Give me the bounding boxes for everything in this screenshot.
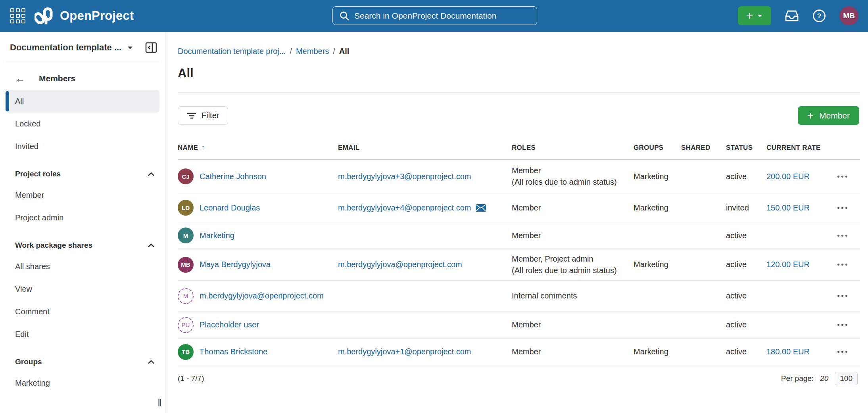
- more-actions-icon[interactable]: [835, 348, 850, 355]
- member-roles: Member: [512, 231, 634, 240]
- toolbar: Filter + Member: [178, 106, 860, 125]
- placeholder-avatar: PU: [178, 317, 194, 333]
- table-row: M m.berdygylyjova@openproject.com Intern…: [178, 281, 860, 312]
- table-footer: (1 - 7/7) Per page: 20 100: [178, 372, 860, 385]
- section-title: Groups: [15, 358, 42, 366]
- breadcrumb-members-link[interactable]: Members: [296, 47, 329, 56]
- chevron-down-icon[interactable]: [127, 46, 133, 50]
- add-member-label: Member: [819, 111, 850, 120]
- chevron-up-icon[interactable]: [148, 243, 155, 248]
- sidebar-members-header: ← Members: [0, 67, 165, 90]
- more-actions-icon[interactable]: [835, 173, 850, 180]
- table-row: TB Thomas Brickstone m.berdygylyjova+1@o…: [178, 338, 860, 365]
- add-member-button[interactable]: + Member: [798, 106, 859, 125]
- chevron-down-icon: [757, 14, 763, 18]
- member-roles-note: (All roles due to admin status): [512, 178, 634, 187]
- column-header-name[interactable]: NAME ↑: [178, 143, 338, 152]
- collapse-sidebar-icon[interactable]: [145, 42, 157, 53]
- per-page-option-100[interactable]: 100: [835, 372, 858, 385]
- user-avatar[interactable]: MB: [839, 6, 858, 25]
- sidebar-item-invited[interactable]: Invited: [6, 135, 159, 158]
- project-selector[interactable]: Documentation template ...: [10, 42, 121, 53]
- member-name-link[interactable]: Leonard Douglas: [200, 203, 260, 212]
- member-name-link[interactable]: Maya Berdygylyjova: [200, 260, 271, 269]
- column-header-status[interactable]: STATUS: [726, 144, 766, 152]
- pagination-range: (1 - 7/7): [178, 374, 204, 383]
- global-add-button[interactable]: +: [738, 6, 771, 25]
- avatar: MB: [178, 257, 194, 273]
- breadcrumb: Documentation template proj... / Members…: [178, 47, 860, 56]
- member-rate-link[interactable]: 150.00 EUR: [766, 203, 810, 212]
- member-email-link[interactable]: m.berdygylyjova+1@openproject.com: [338, 347, 471, 356]
- member-name-link[interactable]: Placeholder user: [200, 320, 259, 329]
- sidebar-item-all[interactable]: All: [6, 90, 159, 113]
- member-groups: Marketing: [634, 260, 681, 269]
- sidebar-item-member[interactable]: Member: [6, 184, 159, 206]
- plus-icon: +: [746, 10, 753, 22]
- notifications-inbox-icon[interactable]: [785, 10, 799, 22]
- member-status: active: [726, 291, 766, 300]
- table-row: M Marketing Member active: [178, 222, 860, 249]
- sidebar-item-comment[interactable]: Comment: [6, 300, 159, 323]
- column-header-groups[interactable]: GROUPS: [634, 144, 681, 152]
- member-roles: Member: [512, 320, 634, 329]
- chevron-up-icon[interactable]: [148, 360, 155, 364]
- filter-button[interactable]: Filter: [178, 106, 228, 125]
- sidebar-item-marketing[interactable]: Marketing: [6, 372, 159, 394]
- header-actions: + ? MB: [738, 0, 858, 32]
- sidebar-nav: All Locked Invited Project roles Member …: [0, 90, 165, 394]
- more-actions-icon[interactable]: [835, 321, 850, 328]
- chevron-up-icon[interactable]: [148, 172, 155, 176]
- table-row: CJ Catherine Johnson m.berdygylyjova+3@o…: [178, 160, 860, 193]
- member-groups: Marketing: [634, 347, 681, 356]
- sort-ascending-icon: ↑: [201, 143, 205, 152]
- help-icon[interactable]: ?: [812, 9, 826, 23]
- column-header-email[interactable]: EMAIL: [338, 144, 512, 152]
- member-status: active: [726, 347, 766, 356]
- sidebar-item-edit[interactable]: Edit: [6, 323, 159, 346]
- apps-grid-icon[interactable]: [10, 8, 26, 24]
- openproject-logo[interactable]: OpenProject: [35, 7, 134, 25]
- sidebar-item-locked[interactable]: Locked: [6, 113, 159, 135]
- member-status: active: [726, 260, 766, 269]
- back-arrow-icon[interactable]: ←: [15, 73, 25, 84]
- member-name-link[interactable]: Marketing: [200, 231, 234, 240]
- member-email-link[interactable]: m.berdygylyjova+3@openproject.com: [338, 172, 471, 181]
- sidebar: Documentation template ... ← Members All…: [0, 32, 165, 413]
- member-email-link[interactable]: m.berdygylyjova+4@openproject.com: [338, 203, 471, 212]
- member-roles: Member, Project admin: [512, 254, 634, 264]
- more-actions-icon[interactable]: [835, 232, 850, 239]
- page-title: All: [178, 66, 860, 80]
- more-actions-icon[interactable]: [835, 293, 850, 299]
- sidebar-item-all-shares[interactable]: All shares: [6, 255, 159, 278]
- per-page-control: Per page: 20 100: [781, 372, 858, 385]
- member-status: active: [726, 172, 766, 181]
- sidebar-item-view[interactable]: View: [6, 278, 159, 300]
- member-status: active: [726, 320, 766, 329]
- svg-text:?: ?: [817, 12, 821, 20]
- sidebar-item-project-admin[interactable]: Project admin: [6, 206, 159, 229]
- more-actions-icon[interactable]: [835, 261, 850, 268]
- sidebar-section-work-package-shares: Work package shares: [6, 235, 159, 255]
- sidebar-resize-handle[interactable]: ‖: [157, 397, 163, 409]
- more-actions-icon[interactable]: [835, 205, 850, 211]
- member-rate-link[interactable]: 180.00 EUR: [766, 347, 810, 356]
- avatar: TB: [178, 344, 194, 360]
- member-status: active: [726, 231, 766, 240]
- per-page-label: Per page:: [781, 374, 814, 383]
- column-header-current-rate[interactable]: CURRENT RATE: [766, 144, 833, 152]
- per-page-option-20[interactable]: 20: [820, 374, 828, 383]
- member-rate-link[interactable]: 120.00 EUR: [766, 260, 810, 269]
- placeholder-avatar: M: [178, 288, 194, 304]
- search-input[interactable]: [354, 11, 530, 21]
- global-search[interactable]: [332, 6, 537, 25]
- column-header-roles[interactable]: ROLES: [512, 144, 634, 152]
- member-name-link[interactable]: Catherine Johnson: [200, 172, 266, 181]
- member-name-link[interactable]: Thomas Brickstone: [200, 347, 267, 356]
- member-rate-link[interactable]: 200.00 EUR: [766, 172, 810, 181]
- member-name-link[interactable]: m.berdygylyjova@openproject.com: [200, 291, 324, 300]
- member-email-link[interactable]: m.berdygylyjova@openproject.com: [338, 260, 462, 269]
- column-label: NAME: [178, 144, 198, 152]
- column-header-shared[interactable]: SHARED: [681, 144, 726, 152]
- breadcrumb-project-link[interactable]: Documentation template proj...: [178, 47, 286, 56]
